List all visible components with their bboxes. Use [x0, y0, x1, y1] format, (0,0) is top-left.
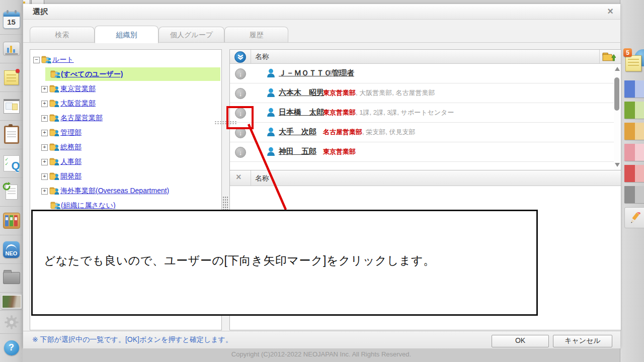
sidebar-item-photo[interactable] [0, 293, 23, 311]
scroll-up-icon[interactable] [615, 67, 620, 71]
tree-item-all-users: (すべてのユーザー) [30, 67, 221, 81]
remove-x-icon[interactable]: × [236, 172, 242, 183]
tab-personal-group[interactable]: 個人グループ [158, 27, 224, 42]
selected-list-header: × 名称 [230, 170, 621, 186]
ok-button[interactable]: OK [492, 335, 549, 347]
cabinet-folder-icon [3, 272, 20, 284]
swatch-pink[interactable] [624, 144, 644, 161]
scroll-thumb[interactable] [614, 77, 619, 111]
calendar-icon: 15 [3, 12, 20, 29]
tree-link[interactable]: (組織に属さない) [61, 201, 116, 210]
tree-item-tokyo-sales: 東京営業部 [30, 81, 221, 96]
user-icon [267, 147, 275, 156]
tree-item-overseas-dept: 海外事業部(Overseas Department) [30, 184, 221, 198]
scroll-down-icon[interactable] [615, 163, 620, 167]
tree-item-nagoya-sales: 名古屋営業部 [30, 111, 221, 125]
user-name-link[interactable]: 大手 次郎 [279, 127, 316, 137]
add-all-button[interactable] [234, 51, 246, 63]
expand-icon[interactable] [41, 144, 48, 151]
sidebar-item-facility[interactable] [0, 35, 23, 63]
expand-icon[interactable] [41, 130, 48, 136]
tree-link[interactable]: 管理部 [60, 128, 82, 137]
swatch-gray[interactable] [624, 186, 644, 203]
screen: 15 ✓✓ Q [0, 0, 644, 362]
swatch-blue[interactable] [624, 80, 644, 98]
folder-user-icon [49, 187, 59, 195]
folder-group-icon [41, 55, 51, 63]
tree-link[interactable]: 開発部 [60, 172, 82, 181]
folder-user-icon [49, 128, 59, 136]
tree-link[interactable]: 総務部 [60, 143, 82, 152]
tree-link[interactable]: 海外事業部(Overseas Department) [60, 187, 169, 196]
tools-sidebar: 5 [620, 0, 644, 362]
sidebar-item-schedule[interactable]: 15 [0, 6, 23, 35]
tab-history[interactable]: 履歴 [224, 27, 288, 42]
tree-link[interactable]: 東京営業部 [60, 84, 96, 94]
sidebar-item-workflow[interactable] [0, 178, 23, 207]
user-row: ↓ 神田 五郎 東京営業部 [230, 142, 614, 162]
sidebar-item-settings[interactable] [0, 311, 23, 334]
user-list-header: 名称 [230, 50, 621, 64]
note-count-badge: 5 [623, 48, 632, 57]
sidebar-item-circulation[interactable] [0, 121, 23, 149]
sidebar-item-bulletin[interactable] [0, 92, 23, 121]
sidebar-item-help[interactable]: ? [0, 334, 23, 361]
expand-icon[interactable] [41, 101, 48, 107]
open-folder-up-icon[interactable] [602, 51, 616, 62]
user-row: ↓ 六本木 昭男 東京営業部, 大阪営業部, 名古屋営業部 [230, 83, 614, 103]
tree-link[interactable]: (すべてのユーザー) [61, 70, 123, 79]
sidebar-item-memo[interactable] [0, 63, 23, 92]
notes-count-button[interactable]: 5 [624, 48, 644, 74]
workflow-document-icon [6, 185, 18, 200]
neo-logo-icon: NEO [3, 241, 20, 258]
binders-icon [3, 213, 20, 229]
folder-user-icon [49, 114, 59, 122]
clipboard-icon [4, 126, 19, 144]
user-name-link[interactable]: 日本橋 太郎 [279, 108, 324, 117]
user-icon [267, 127, 275, 137]
double-chevron-down-icon [237, 54, 244, 61]
dialog-footer: ※ 下部が選択中の一覧です。[OK]ボタンを押すと確定します。 OK キャンセル [23, 331, 620, 348]
expand-icon[interactable] [41, 159, 48, 165]
facility-reservation-icon [3, 42, 20, 56]
user-row-highlighted: ↓ 日本橋 太郎 東京営業部, 1課, 2課, 3課, サポートセンター [230, 103, 614, 123]
tree-item-general-affairs: 総務部 [30, 140, 221, 154]
tree-item-osaka-sales: 大阪営業部 [30, 96, 221, 111]
user-name-link[interactable]: 神田 五郎 [279, 147, 316, 156]
cancel-button[interactable]: キャンセル [553, 335, 612, 347]
user-name-link[interactable]: 六本木 昭男 [279, 88, 324, 98]
expand-icon[interactable] [41, 115, 48, 122]
sidebar-item-document-management[interactable] [0, 207, 23, 235]
user-row: ↓ Ｊ－ＭＯＴＴＯ管理者 開発部 [230, 64, 614, 83]
swatch-red[interactable] [624, 165, 644, 182]
swatch-orange[interactable] [624, 123, 644, 140]
dialog-titlebar: 選択 × [23, 4, 620, 20]
select-user-arrow-button[interactable]: ↓ [235, 147, 246, 158]
tree-link[interactable]: ルート [52, 55, 74, 64]
user-icon [267, 68, 275, 78]
sidebar-item-neo-portal[interactable]: NEO [0, 235, 23, 264]
select-user-arrow-button[interactable]: ↓ [235, 88, 246, 99]
pencil-button[interactable] [624, 207, 644, 228]
tab-by-organization[interactable]: 組織別 [95, 26, 158, 43]
pencil-icon [629, 212, 640, 223]
tree-link[interactable]: 大阪営業部 [60, 99, 96, 108]
close-icon[interactable]: × [607, 6, 613, 17]
tree-item-dev-dept: 開発部 [30, 169, 221, 184]
expand-icon[interactable] [41, 173, 48, 180]
scrollbar[interactable] [614, 64, 620, 170]
collapse-icon[interactable] [33, 57, 40, 63]
tree-link[interactable]: 人事部 [60, 157, 82, 166]
user-icon [267, 88, 275, 98]
select-user-arrow-button[interactable]: ↓ [235, 68, 246, 79]
expand-icon[interactable] [41, 86, 48, 93]
name-column-header: 名称 [255, 52, 269, 61]
sidebar-item-cabinet[interactable] [0, 264, 23, 293]
tab-search[interactable]: 検索 [30, 27, 95, 42]
expand-icon[interactable] [41, 188, 48, 195]
swatch-green[interactable] [624, 102, 644, 119]
annotation-highlight-box [226, 106, 254, 129]
app-sidebar: 15 ✓✓ Q [0, 0, 23, 362]
tree-link[interactable]: 名古屋営業部 [60, 114, 103, 123]
sidebar-item-survey[interactable]: ✓✓ Q [0, 149, 23, 178]
